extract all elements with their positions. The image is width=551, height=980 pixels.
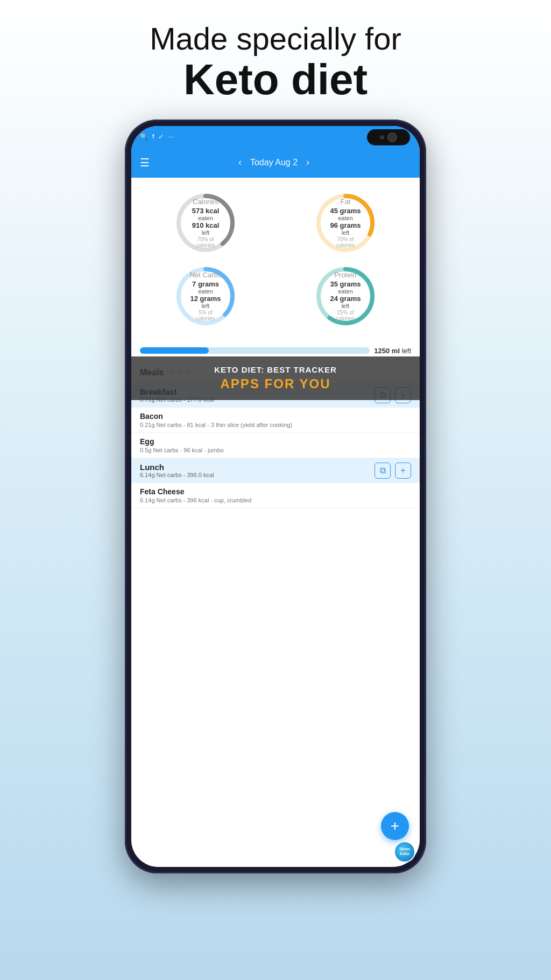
list-item: Feta Cheese 6.14g Net carbs - 396 kcal -… bbox=[131, 483, 420, 508]
phone-camera bbox=[367, 129, 410, 145]
lunch-name: Lunch bbox=[140, 463, 214, 472]
menu-icon[interactable]: ☰ bbox=[140, 156, 150, 169]
circle-pct: 5% of calories bbox=[189, 310, 222, 321]
prev-day-button[interactable]: ‹ bbox=[238, 157, 242, 168]
circle-name: Protein bbox=[329, 271, 362, 279]
overlay-app-name: KETO DIET: BEST TRACKER bbox=[142, 365, 409, 374]
food-name-bacon: Bacon bbox=[140, 412, 411, 421]
watermark-text: ShunKeto bbox=[399, 847, 410, 857]
water-bar-background bbox=[140, 347, 370, 354]
water-amount: 1250 ml bbox=[374, 347, 400, 355]
add-food-fab[interactable]: + bbox=[381, 812, 409, 840]
circle-container: Calories 573 kcal eaten 910 kcal left 70… bbox=[173, 191, 238, 255]
phone-screen: 🔍 f ✓ ··· 📶 100% 🔋 ☰ ‹ Today Aug 2 › bbox=[131, 126, 420, 867]
food-name-feta: Feta Cheese bbox=[140, 487, 411, 496]
food-details-egg: 0.5g Net carbs - 96 kcal - jumbo bbox=[140, 447, 411, 453]
lunch-macros: 6.14g Net carbs - 396.0 kcal bbox=[140, 472, 214, 478]
circle-name: Fat bbox=[329, 198, 362, 206]
circle-container: Fat 45 grams eaten 96 grams left 70% of … bbox=[313, 191, 378, 255]
circle-pct: 70% of calories bbox=[329, 236, 362, 248]
circle-left: 12 grams left bbox=[189, 295, 222, 309]
circle-left: 96 grams left bbox=[329, 221, 362, 236]
lunch-header: Lunch 6.14g Net carbs - 396.0 kcal ⧉ + bbox=[131, 458, 420, 483]
header-subtitle: Made specially for bbox=[11, 22, 540, 56]
nutrient-circles: Calories 573 kcal eaten 910 kcal left 70… bbox=[131, 178, 420, 341]
circle-container: Protein 35 grams eaten 24 grams left 25%… bbox=[313, 264, 378, 328]
search-icon: 🔍 bbox=[140, 133, 148, 141]
nutrient-circle-protein: Protein 35 grams eaten 24 grams left 25%… bbox=[276, 260, 415, 333]
facebook-icon: f bbox=[152, 134, 154, 139]
date-navigation: ‹ Today Aug 2 › bbox=[238, 157, 309, 168]
food-details-bacon: 0.21g Net carbs - 81 kcal - 3 thin slice… bbox=[140, 422, 411, 428]
header-title: Keto diet bbox=[11, 56, 540, 103]
circle-label: Net Carbs 7 grams eaten 12 grams left 5%… bbox=[189, 271, 222, 321]
lunch-copy-button[interactable]: ⧉ bbox=[375, 463, 391, 479]
status-left-icons: 🔍 f ✓ ··· bbox=[140, 133, 173, 141]
nutrient-circle-net-carbs: Net Carbs 7 grams eaten 12 grams left 5%… bbox=[136, 260, 276, 333]
circle-eaten: 45 grams eaten bbox=[329, 207, 362, 221]
circle-pct: 25% of calories bbox=[329, 310, 362, 321]
lunch-info: Lunch 6.14g Net carbs - 396.0 kcal bbox=[140, 463, 214, 478]
header-section: Made specially for Keto diet bbox=[0, 0, 551, 114]
phone-frame: 🔍 f ✓ ··· 📶 100% 🔋 ☰ ‹ Today Aug 2 › bbox=[125, 120, 426, 873]
circle-left: 24 grams left bbox=[329, 295, 362, 309]
nutrient-circle-calories: Calories 573 kcal eaten 910 kcal left 70… bbox=[136, 186, 276, 260]
circle-pct: 70% of calories bbox=[189, 236, 222, 248]
circle-label: Fat 45 grams eaten 96 grams left 70% of … bbox=[329, 198, 362, 248]
check-icon: ✓ bbox=[158, 133, 164, 141]
circle-container: Net Carbs 7 grams eaten 12 grams left 5%… bbox=[173, 264, 238, 328]
phone-mockup: 🔍 f ✓ ··· 📶 100% 🔋 ☰ ‹ Today Aug 2 › bbox=[125, 120, 426, 873]
lunch-actions[interactable]: ⧉ + bbox=[375, 463, 411, 479]
circle-label: Protein 35 grams eaten 24 grams left 25%… bbox=[329, 271, 362, 321]
overlay-tag: APPS FOR YOU bbox=[142, 376, 409, 391]
circle-name: Calories bbox=[189, 198, 222, 206]
lunch-add-button[interactable]: + bbox=[395, 463, 411, 479]
food-details-feta: 6.14g Net carbs - 396 kcal - cup, crumbl… bbox=[140, 497, 411, 503]
water-bar-fill bbox=[140, 347, 209, 354]
camera-lens bbox=[387, 132, 397, 142]
next-day-button[interactable]: › bbox=[306, 157, 309, 168]
dots-icon: ··· bbox=[168, 133, 173, 141]
food-name-egg: Egg bbox=[140, 437, 411, 446]
circle-eaten: 35 grams eaten bbox=[329, 280, 362, 295]
circle-label: Calories 573 kcal eaten 910 kcal left 70… bbox=[189, 198, 222, 248]
camera-sensor bbox=[380, 135, 384, 139]
circle-left: 910 kcal left bbox=[189, 221, 222, 236]
circle-eaten: 7 grams eaten bbox=[189, 280, 222, 295]
water-label: 1250 ml left bbox=[374, 347, 411, 355]
overlay-banner: KETO DIET: BEST TRACKER APPS FOR YOU bbox=[131, 356, 420, 400]
watermark-logo: ShunKeto bbox=[394, 841, 415, 863]
watermark: ShunKeto bbox=[394, 841, 415, 863]
list-item: Bacon 0.21g Net carbs - 81 kcal - 3 thin… bbox=[131, 408, 420, 433]
list-item: Egg 0.5g Net carbs - 96 kcal - jumbo bbox=[131, 433, 420, 458]
water-left-label: left bbox=[402, 347, 411, 355]
app-header: ☰ ‹ Today Aug 2 › bbox=[131, 148, 420, 178]
nutrient-circle-fat: Fat 45 grams eaten 96 grams left 70% of … bbox=[276, 186, 415, 260]
circle-eaten: 573 kcal eaten bbox=[189, 207, 222, 221]
current-date: Today Aug 2 bbox=[250, 158, 298, 167]
circle-name: Net Carbs bbox=[189, 271, 222, 279]
